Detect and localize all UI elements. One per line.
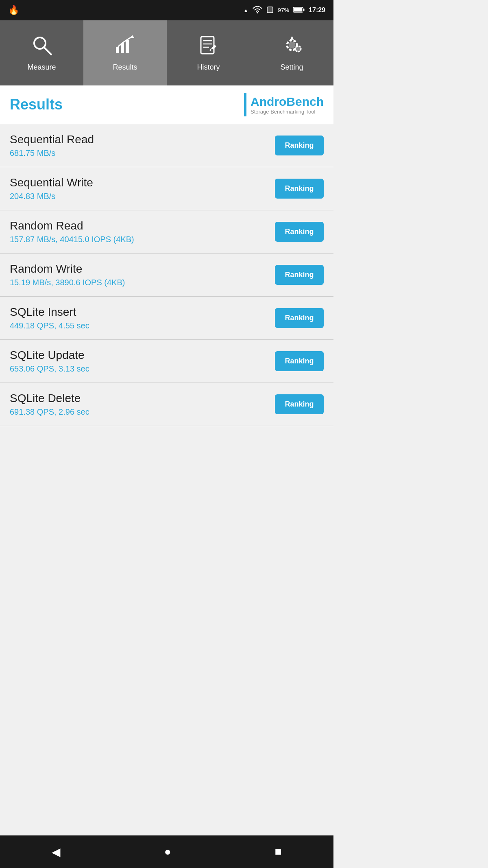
wifi-icon <box>253 6 262 15</box>
tab-setting[interactable]: Setting <box>250 20 333 85</box>
tab-setting-label: Setting <box>280 63 303 72</box>
svg-rect-3 <box>294 8 302 11</box>
logo-sub: Storage Benchmarking Tool <box>251 109 324 115</box>
battery-icon <box>293 7 305 14</box>
tab-results[interactable]: Results <box>83 20 167 85</box>
time-display: 17:29 <box>309 7 325 14</box>
battery-percentage: 97% <box>278 7 289 13</box>
result-row: Random Write 15.19 MB/s, 3890.6 IOPS (4K… <box>0 254 333 297</box>
result-name: SQLite Update <box>10 349 89 362</box>
results-icon <box>114 34 136 59</box>
svg-point-18 <box>289 42 295 48</box>
svg-rect-7 <box>116 47 119 53</box>
tab-measure-label: Measure <box>27 63 56 72</box>
result-name: Random Write <box>10 262 125 275</box>
result-row: Sequential Read 681.75 MB/s Ranking <box>0 124 333 167</box>
history-icon <box>198 34 220 59</box>
logo-main: AndroBench <box>251 95 324 109</box>
sim-icon <box>266 6 274 15</box>
result-value: 691.38 QPS, 2.96 sec <box>10 407 89 417</box>
ranking-button[interactable]: Ranking <box>275 222 324 242</box>
result-row: SQLite Delete 691.38 QPS, 2.96 sec Ranki… <box>0 383 333 426</box>
result-value: 15.19 MB/s, 3890.6 IOPS (4KB) <box>10 278 125 287</box>
result-info: Sequential Read 681.75 MB/s <box>10 133 94 158</box>
result-value: 653.06 QPS, 3.13 sec <box>10 364 89 374</box>
svg-point-21 <box>296 47 300 51</box>
tab-results-label: Results <box>113 63 137 72</box>
tab-measure[interactable]: Measure <box>0 20 83 85</box>
tab-history[interactable]: History <box>167 20 250 85</box>
result-row: SQLite Update 653.06 QPS, 3.13 sec Ranki… <box>0 340 333 383</box>
ranking-button[interactable]: Ranking <box>275 351 324 371</box>
result-value: 204.83 MB/s <box>10 192 93 201</box>
tab-history-label: History <box>197 63 220 72</box>
svg-line-16 <box>210 48 211 51</box>
page-title: Results <box>10 96 63 113</box>
logo-text: AndroBench Storage Benchmarking Tool <box>251 95 324 115</box>
ranking-button[interactable]: Ranking <box>275 308 324 328</box>
result-value: 157.87 MB/s, 40415.0 IOPS (4KB) <box>10 235 134 244</box>
result-info: Random Read 157.87 MB/s, 40415.0 IOPS (4… <box>10 219 134 244</box>
ranking-button[interactable]: Ranking <box>275 265 324 285</box>
result-value: 449.18 QPS, 4.55 sec <box>10 321 89 330</box>
signal-icon: ▲ <box>243 7 248 13</box>
nav-tabs: Measure Results <box>0 20 333 85</box>
results-header: Results AndroBench Storage Benchmarking … <box>0 85 333 124</box>
setting-icon <box>281 34 303 59</box>
result-value: 681.75 MB/s <box>10 149 94 158</box>
result-info: SQLite Update 653.06 QPS, 3.13 sec <box>10 349 89 374</box>
ranking-button[interactable]: Ranking <box>275 179 324 199</box>
result-name: Sequential Write <box>10 176 93 189</box>
ranking-button[interactable]: Ranking <box>275 136 324 155</box>
result-info: SQLite Insert 449.18 QPS, 4.55 sec <box>10 306 89 330</box>
measure-icon <box>31 34 53 59</box>
svg-rect-9 <box>126 40 129 53</box>
logo-bar <box>244 93 246 116</box>
result-row: Sequential Write 204.83 MB/s Ranking <box>0 167 333 210</box>
result-row: SQLite Insert 449.18 QPS, 4.55 sec Ranki… <box>0 297 333 340</box>
status-bar: 🔥 ▲ 97% 17: <box>0 0 333 20</box>
result-name: Random Read <box>10 219 134 232</box>
result-name: SQLite Insert <box>10 306 89 319</box>
svg-rect-11 <box>201 37 214 54</box>
logo: AndroBench Storage Benchmarking Tool <box>244 93 324 116</box>
result-row: Random Read 157.87 MB/s, 40415.0 IOPS (4… <box>0 210 333 254</box>
result-info: Sequential Write 204.83 MB/s <box>10 176 93 201</box>
svg-line-6 <box>44 47 51 55</box>
result-info: SQLite Delete 691.38 QPS, 2.96 sec <box>10 392 89 417</box>
results-list: Sequential Read 681.75 MB/s Ranking Sequ… <box>0 124 333 426</box>
result-name: Sequential Read <box>10 133 94 146</box>
status-icons: ▲ 97% 17:29 <box>243 6 325 15</box>
result-name: SQLite Delete <box>10 392 89 405</box>
result-info: Random Write 15.19 MB/s, 3890.6 IOPS (4K… <box>10 262 125 287</box>
svg-rect-0 <box>267 7 273 13</box>
flame-icon: 🔥 <box>8 5 19 15</box>
svg-rect-4 <box>303 9 305 11</box>
ranking-button[interactable]: Ranking <box>275 394 324 414</box>
